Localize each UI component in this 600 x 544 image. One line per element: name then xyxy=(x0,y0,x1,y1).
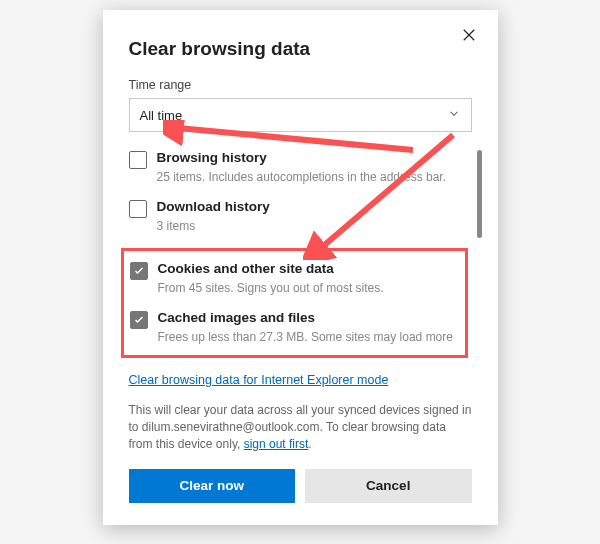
sign-out-link[interactable]: sign out first xyxy=(244,437,309,451)
option-desc: Frees up less than 27.3 MB. Some sites m… xyxy=(158,329,453,345)
checkbox-cookies[interactable] xyxy=(130,262,148,280)
option-title: Cached images and files xyxy=(158,310,453,327)
checkbox-cached[interactable] xyxy=(130,311,148,329)
dialog-buttons: Clear now Cancel xyxy=(129,469,472,503)
option-cached: Cached images and files Frees up less th… xyxy=(130,310,459,345)
option-desc: 25 items. Includes autocompletions in th… xyxy=(157,169,447,185)
option-title: Cookies and other site data xyxy=(158,261,384,278)
option-title: Browsing history xyxy=(157,150,447,167)
time-range-label: Time range xyxy=(129,78,472,92)
clear-browsing-data-dialog: Clear browsing data Time range All time … xyxy=(103,10,498,525)
checkbox-download-history[interactable] xyxy=(129,200,147,218)
footer-email: dilum.senevirathne@outlook.com xyxy=(142,420,320,434)
scrollbar-thumb[interactable] xyxy=(477,150,482,238)
checkbox-browsing-history[interactable] xyxy=(129,151,147,169)
dialog-title: Clear browsing data xyxy=(129,38,472,60)
footer-text: This will clear your data across all you… xyxy=(129,402,472,452)
close-button[interactable] xyxy=(460,26,482,48)
option-browsing-history: Browsing history 25 items. Includes auto… xyxy=(129,150,460,185)
time-range-value: All time xyxy=(140,108,183,123)
option-title: Download history xyxy=(157,199,270,216)
option-download-history: Download history 3 items xyxy=(129,199,460,234)
clear-now-button[interactable]: Clear now xyxy=(129,469,296,503)
chevron-down-icon xyxy=(447,107,461,124)
options-list: Browsing history 25 items. Includes auto… xyxy=(129,150,472,358)
option-desc: From 45 sites. Signs you out of most sit… xyxy=(158,280,384,296)
option-cookies: Cookies and other site data From 45 site… xyxy=(130,261,459,296)
cancel-button[interactable]: Cancel xyxy=(305,469,472,503)
time-range-select[interactable]: All time xyxy=(129,98,472,132)
annotation-highlight-box: Cookies and other site data From 45 site… xyxy=(121,248,468,358)
option-desc: 3 items xyxy=(157,218,270,234)
ie-mode-link[interactable]: Clear browsing data for Internet Explore… xyxy=(129,373,389,387)
footer-suffix: . xyxy=(308,437,311,451)
